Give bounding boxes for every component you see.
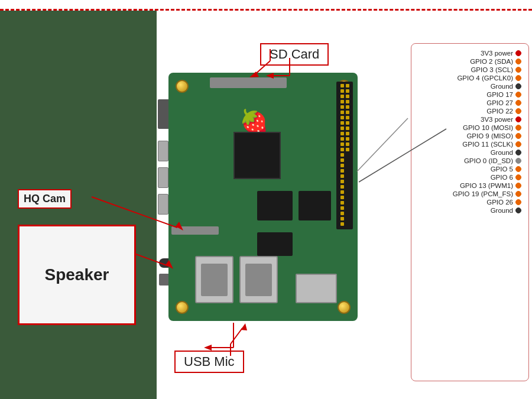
gpio-row: Ground xyxy=(416,149,524,156)
screw-br xyxy=(338,301,351,314)
board-gpio-pin xyxy=(340,95,344,98)
gpio-row: GPIO 6 xyxy=(416,174,524,181)
usbc-port xyxy=(159,274,168,286)
gpio-row: GPIO 3 (SCL) xyxy=(416,66,524,73)
board-gpio-pin xyxy=(340,121,344,125)
board-gpio-pin xyxy=(340,174,344,178)
board-gpio-pin xyxy=(340,116,344,119)
board-gpio-pin xyxy=(340,196,344,199)
gpio-pin-dot xyxy=(515,133,521,139)
gpio-row: GPIO 11 (SCLK) xyxy=(416,141,524,148)
gpio-header xyxy=(336,82,353,229)
sd-slot xyxy=(210,77,287,88)
gpio-pin-label: Ground xyxy=(491,207,513,214)
board-gpio-pin xyxy=(340,105,344,109)
audio-jack xyxy=(159,258,168,268)
gpio-pin-label: GPIO 5 xyxy=(491,166,513,173)
board-gpio-pin xyxy=(340,190,344,194)
gpio-pin-dot xyxy=(515,207,521,213)
gpio-pin-dot xyxy=(515,199,521,205)
speaker-label: Speaker xyxy=(45,265,109,284)
board-gpio-pin xyxy=(346,116,349,119)
hdmi-port xyxy=(158,99,168,129)
gpio-pin-label: GPIO 3 (SCL) xyxy=(471,66,513,73)
board-gpio-pin xyxy=(346,148,349,151)
gpio-pin-label: GPIO 6 xyxy=(491,174,513,181)
board-gpio-pin xyxy=(340,153,344,157)
camera-connector xyxy=(171,226,219,235)
board-gpio-pin xyxy=(346,89,349,93)
gpio-pin-dot xyxy=(515,67,521,73)
usb-port-2 xyxy=(158,167,168,188)
board-gpio-pin xyxy=(340,111,344,114)
board-gpio-pin xyxy=(346,142,349,146)
board-gpio-pin xyxy=(346,126,349,130)
chip-3 xyxy=(257,232,293,256)
gpio-pin-dot xyxy=(515,166,521,172)
board-gpio-pin xyxy=(340,142,344,146)
gpio-row: GPIO 4 (GPCLK0) xyxy=(416,74,524,82)
board-gpio-pin xyxy=(340,132,344,135)
gpio-row: GPIO 0 (ID_SD) xyxy=(416,157,524,164)
ethernet-port xyxy=(296,274,337,303)
board-gpio-pin xyxy=(346,132,349,135)
board-gpio-pin xyxy=(340,180,344,183)
hq-cam-label: HQ Cam xyxy=(18,189,72,209)
gpio-pin-dot xyxy=(515,75,521,81)
gpio-row: Ground xyxy=(416,83,524,90)
gpio-pin-label: GPIO 9 (MISO) xyxy=(466,132,513,140)
gpio-row: GPIO 27 xyxy=(416,99,524,106)
svg-marker-5 xyxy=(204,345,212,351)
rpi-board: 🍓 xyxy=(168,73,358,321)
board-gpio-pin xyxy=(340,89,344,93)
board-gpio-pin xyxy=(340,185,344,189)
gpio-pin-dot xyxy=(515,59,521,64)
gpio-pin-label: GPIO 19 (PCM_FS) xyxy=(453,190,513,197)
screw-bl xyxy=(176,301,189,314)
gpio-row: 3V3 power xyxy=(416,50,524,57)
gpio-pin-label: GPIO 22 xyxy=(486,108,513,115)
gpio-pin-label: Ground xyxy=(491,83,513,90)
board-gpio-pin xyxy=(340,148,344,151)
chip-1 xyxy=(257,191,293,220)
gpio-pin-label: GPIO 0 (ID_SD) xyxy=(464,157,513,164)
chip-2 xyxy=(299,191,331,220)
gpio-pin-dot xyxy=(515,50,521,56)
gpio-pin-dot xyxy=(515,100,521,106)
board-gpio-pin xyxy=(340,164,344,167)
board-gpio-pin xyxy=(346,84,349,87)
gpio-pin-dot xyxy=(515,183,521,189)
usb3-port-right xyxy=(239,256,278,303)
gpio-pin-dot xyxy=(515,116,521,122)
gpio-pin-dot xyxy=(515,158,521,164)
gpio-row: GPIO 17 xyxy=(416,91,524,98)
board-gpio-pin xyxy=(340,217,344,220)
board-gpio-pin xyxy=(340,137,344,141)
board-gpio-pin xyxy=(340,201,344,205)
gpio-pin-dot xyxy=(515,108,521,114)
sd-card-label: SD Card xyxy=(260,43,329,66)
board-gpio-pin xyxy=(340,206,344,210)
gpio-pin-label: 3V3 power xyxy=(481,50,513,57)
gpio-row: Ground xyxy=(416,207,524,214)
gpio-pin-label: GPIO 4 (GPCLK0) xyxy=(457,74,513,82)
gpio-pin-label: GPIO 26 xyxy=(486,199,513,206)
board-gpio-pin xyxy=(340,100,344,103)
board-gpio-pin xyxy=(340,158,344,162)
gpio-row: GPIO 9 (MISO) xyxy=(416,132,524,140)
gpio-row: GPIO 10 (MOSI) xyxy=(416,124,524,131)
gpio-row: GPIO 2 (SDA) xyxy=(416,58,524,65)
board-gpio-pin xyxy=(346,111,349,114)
gpio-row: GPIO 13 (PWM1) xyxy=(416,182,524,189)
main-area: SD Card USB Mic 3V3 powerGPIO 2 (SDA)GPI… xyxy=(157,11,532,399)
board-gpio-pin xyxy=(340,84,344,87)
board-gpio-pin xyxy=(340,169,344,173)
gpio-row: GPIO 5 xyxy=(416,166,524,173)
cpu-chip xyxy=(233,132,281,179)
board-gpio-pin xyxy=(346,95,349,98)
gpio-panel: 3V3 powerGPIO 2 (SDA)GPIO 3 (SCL)GPIO 4 … xyxy=(411,43,529,381)
board-gpio-pin xyxy=(340,126,344,130)
gpio-pin-dot xyxy=(515,125,521,131)
speaker-box: Speaker xyxy=(18,225,136,325)
gpio-pin-dot xyxy=(515,174,521,180)
